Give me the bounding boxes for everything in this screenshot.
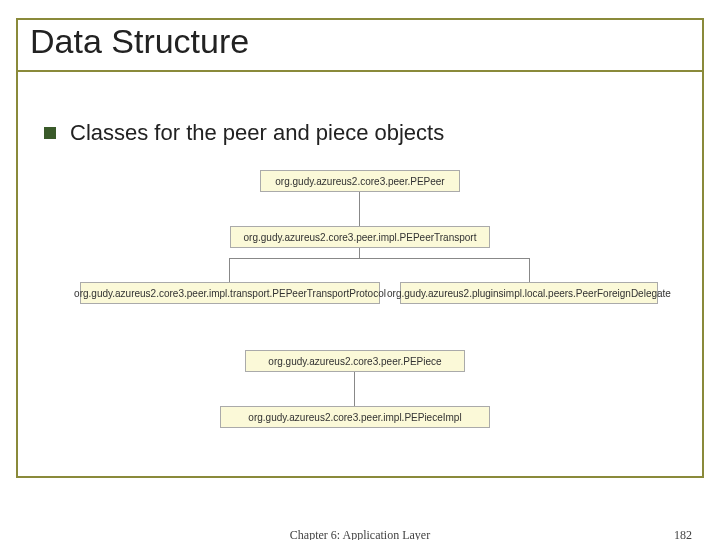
- class-diagram: org.gudy.azureus2.core3.peer.PEPeer org.…: [70, 170, 650, 460]
- node-transport-protocol: org.gudy.azureus2.core3.peer.impl.transp…: [80, 282, 380, 304]
- square-bullet-icon: [44, 127, 56, 139]
- title-underline: [16, 70, 704, 72]
- connector-line: [359, 248, 360, 258]
- connector-line: [359, 192, 360, 226]
- connector-line: [354, 372, 355, 406]
- node-pepiece-impl: org.gudy.azureus2.core3.peer.impl.PEPiec…: [220, 406, 490, 428]
- node-pepeer-transport: org.gudy.azureus2.core3.peer.impl.PEPeer…: [230, 226, 490, 248]
- bullet-text: Classes for the peer and piece objects: [70, 120, 444, 146]
- node-pepiece: org.gudy.azureus2.core3.peer.PEPiece: [245, 350, 465, 372]
- footer-page-number: 182: [674, 528, 692, 540]
- connector-line: [229, 258, 530, 259]
- node-pepeer: org.gudy.azureus2.core3.peer.PEPeer: [260, 170, 460, 192]
- slide-title: Data Structure: [28, 22, 255, 65]
- bullet-row: Classes for the peer and piece objects: [44, 120, 444, 146]
- connector-line: [529, 258, 530, 282]
- node-foreign-delegate: org.gudy.azureus2.pluginsimpl.local.peer…: [400, 282, 658, 304]
- connector-line: [229, 258, 230, 282]
- footer-chapter: Chapter 6: Application Layer: [0, 528, 720, 540]
